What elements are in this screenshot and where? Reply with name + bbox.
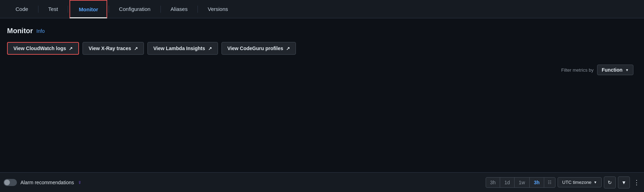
monitor-header: Monitor Info: [7, 27, 637, 35]
tab-test[interactable]: Test: [40, 0, 67, 18]
tab-aliases[interactable]: Aliases: [162, 0, 196, 18]
top-navigation: Code Test Monitor Configuration Aliases …: [0, 0, 644, 18]
external-link-icon-1: ↗: [69, 46, 73, 51]
main-content: Monitor Info View CloudWatch logs ↗ View…: [0, 18, 644, 89]
nav-divider-3: [109, 6, 109, 13]
filter-metrics-select[interactable]: Function ▼: [597, 65, 633, 75]
external-link-icon-4: ↗: [286, 46, 290, 51]
filter-row: Filter metrics by Function ▼: [7, 65, 637, 75]
filter-dropdown-arrow-icon: ▼: [625, 68, 629, 72]
view-xray-traces-button[interactable]: View X-Ray traces ↗: [83, 42, 144, 55]
filter-value: Function: [602, 67, 622, 73]
tab-code[interactable]: Code: [7, 0, 37, 18]
view-lambda-insights-button[interactable]: View Lambda Insights ↗: [147, 42, 218, 55]
lambda-insights-label: View Lambda Insights: [153, 46, 205, 51]
tab-monitor[interactable]: Monitor: [69, 0, 107, 18]
external-link-icon-3: ↗: [208, 46, 212, 51]
action-buttons-row: View CloudWatch logs ↗ View X-Ray traces…: [7, 42, 637, 55]
tab-configuration[interactable]: Configuration: [110, 0, 159, 18]
info-link[interactable]: Info: [36, 28, 44, 34]
view-codeguru-profiles-button[interactable]: View CodeGuru profiles ↗: [221, 42, 296, 55]
tab-versions[interactable]: Versions: [199, 0, 237, 18]
nav-divider-5: [198, 6, 198, 13]
xray-traces-label: View X-Ray traces: [89, 46, 131, 51]
nav-divider-2: [68, 6, 68, 13]
page-title: Monitor: [7, 27, 33, 35]
view-cloudwatch-logs-button[interactable]: View CloudWatch logs ↗: [7, 42, 79, 55]
external-link-icon-2: ↗: [134, 46, 138, 51]
filter-label: Filter metrics by: [561, 67, 594, 73]
cloudwatch-logs-label: View CloudWatch logs: [13, 46, 66, 51]
codeguru-profiles-label: View CodeGuru profiles: [227, 46, 283, 51]
nav-divider-1: [38, 6, 38, 13]
nav-divider-4: [160, 6, 161, 13]
